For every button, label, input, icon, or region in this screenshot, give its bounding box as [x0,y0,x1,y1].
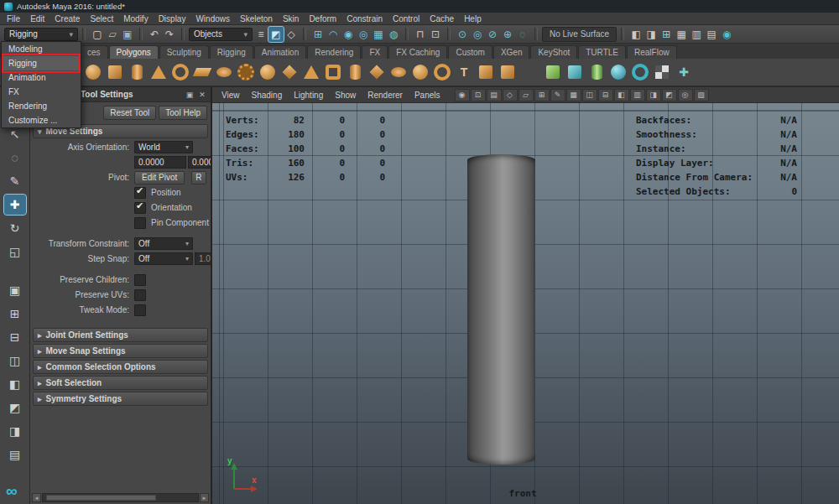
menu-item[interactable]: Cache [425,14,459,23]
resolution-gate-icon[interactable]: ⊟ [598,89,613,101]
paint-selection-tool-icon[interactable]: ✎ [4,171,26,191]
menu-item[interactable]: Edit [25,14,50,23]
lock-camera-icon[interactable]: ⊡ [471,89,486,101]
shelf-tab-turtle[interactable]: TURTLE [578,45,626,59]
multi-cut-icon[interactable] [674,61,694,83]
two-pane-stacked-layout-icon[interactable]: ⊟ [4,327,26,347]
snap-to-projected-center-icon[interactable]: ◎ [356,27,371,42]
grid-toggle-icon[interactable]: ▦ [566,89,581,101]
workspace-globe-icon[interactable]: ◉ [719,27,734,42]
poly-pyramid-icon[interactable] [301,61,321,83]
xray-icon[interactable]: ▧ [694,89,709,101]
select-by-component-icon[interactable]: ◇ [284,27,299,42]
menu-item[interactable]: Windows [190,14,235,23]
pan-zoom-icon[interactable]: ⊞ [534,89,550,101]
undo-icon[interactable]: ↶ [147,27,162,42]
menu-item[interactable]: Skin [278,14,304,23]
orientation-checkbox[interactable] [134,202,146,214]
reset-pivot-button[interactable]: R [191,171,206,184]
poly-plane-icon[interactable] [192,61,212,83]
move-y-field[interactable]: 0.0000 [188,156,211,169]
shelf-tab-fx-caching[interactable]: FX Caching [388,45,447,59]
two-pane-side-layout-icon[interactable]: ◫ [4,351,26,371]
poly-spherical-harmonics-icon[interactable] [410,61,430,83]
edit-pivot-button[interactable]: Edit Pivot [134,171,185,184]
shelf-tab-xgen[interactable]: XGen [493,45,530,59]
smooth-icon[interactable] [543,61,563,83]
position-checkbox[interactable] [134,187,146,199]
lasso-tool-icon[interactable]: ◌ [4,148,26,168]
tool-settings-toggle-icon[interactable]: ▥ [689,27,704,42]
snap-to-grid-icon[interactable]: ⊞ [310,27,326,42]
select-by-hierarchy-icon[interactable]: ≡ [253,27,268,42]
highlight-selection-icon[interactable]: ⊡ [428,27,443,42]
shelf-tab-custom[interactable]: Custom [448,45,492,59]
snap-to-view-plane-icon[interactable]: ▦ [371,27,386,42]
shelf-tab-rendering[interactable]: Rendering [307,45,361,59]
viewport-menu-item[interactable]: View [216,91,246,100]
subdivide-icon[interactable] [565,61,585,83]
scale-tool-icon[interactable]: ◱ [4,242,26,262]
persp-graph-layout-icon[interactable]: ◨ [4,421,26,441]
poly-cylinder-icon[interactable] [127,61,147,83]
menuset-option-animation[interactable]: Animation [2,70,81,85]
lock-selection-icon[interactable]: ⊓ [413,27,428,42]
sidebar-toggle-left-icon[interactable]: ◧ [628,27,644,42]
snap-to-curve-icon[interactable]: ◠ [326,27,341,42]
bevel-icon[interactable] [608,61,628,83]
scrollbar-track[interactable] [42,493,199,502]
menu-item[interactable]: Select [85,14,118,23]
menu-item[interactable]: Modify [118,14,153,23]
close-panel-icon[interactable] [197,90,207,100]
poly-type-icon[interactable] [454,61,474,83]
pin-component-pivot-checkbox[interactable] [134,217,146,229]
preserve-uvs-checkbox[interactable] [134,289,146,301]
no-live-surface-field[interactable]: No Live Surface [542,27,617,42]
input-operations-icon[interactable]: ⊙ [455,27,470,42]
poly-cone-icon[interactable] [149,61,169,83]
make-object-live-icon[interactable]: ◍ [386,27,401,42]
field-chart-icon[interactable]: ▥ [630,89,645,101]
outliner-persp-layout-icon[interactable]: ◩ [4,397,26,418]
redo-icon[interactable]: ↷ [162,27,177,42]
extrude-icon[interactable] [586,61,607,83]
single-pane-layout-icon[interactable]: ▣ [4,280,26,300]
scrollbar-thumb[interactable] [46,495,157,501]
rotate-tool-icon[interactable]: ↻ [4,218,26,238]
symmetry-settings-section[interactable]: Symmetry Settings [33,392,208,406]
poly-soccer-ball-icon[interactable] [258,61,278,83]
poly-disc-icon[interactable] [214,61,234,83]
uv-checker-icon[interactable] [652,61,672,83]
menu-item[interactable]: Deform [304,14,341,23]
poly-cube-icon[interactable] [105,61,125,83]
poly-gear-icon[interactable] [236,61,256,83]
four-pane-layout-icon[interactable]: ⊞ [4,304,26,324]
viewport-menu-item[interactable]: Panels [409,91,446,100]
mirror-icon[interactable] [630,61,650,83]
poly-prism-icon[interactable] [367,61,387,83]
menuset-option-fx[interactable]: FX [2,85,81,99]
open-scene-icon[interactable]: ▱ [105,27,120,42]
viewport-menu-item[interactable]: Renderer [362,91,409,100]
select-by-object-icon[interactable]: ◩ [268,27,284,42]
grease-pencil-icon[interactable]: ✎ [550,89,565,101]
viewport-menu-item[interactable]: Show [329,91,362,100]
menu-item[interactable]: Constrain [341,14,388,23]
hypershade-persp-layout-icon[interactable]: ▤ [4,444,26,465]
three-pane-split-top-layout-icon[interactable]: ◧ [4,374,26,394]
preserve-children-checkbox[interactable] [134,274,146,286]
poly-torus-icon[interactable] [170,61,190,83]
menu-item[interactable]: Skeleton [235,14,278,23]
menuset-option-rendering[interactable]: Rendering [2,99,81,113]
joint-orient-settings-section[interactable]: Joint Orient Settings [33,328,208,342]
camera-attributes-icon[interactable]: ▤ [487,89,502,101]
attribute-editor-icon[interactable]: ▦ [674,27,689,42]
shelf-tab-sculpting[interactable]: Sculpting [159,45,209,59]
snap-to-point-icon[interactable]: ◉ [341,27,356,42]
channel-box-icon[interactable]: ▤ [704,27,719,42]
scroll-right-icon[interactable] [200,493,209,502]
menuset-option-customize[interactable]: Customize ... [2,113,81,127]
cylinder-object[interactable] [467,154,535,465]
poly-ultra-shape-icon[interactable] [432,61,452,83]
menu-item[interactable]: Create [50,14,85,23]
